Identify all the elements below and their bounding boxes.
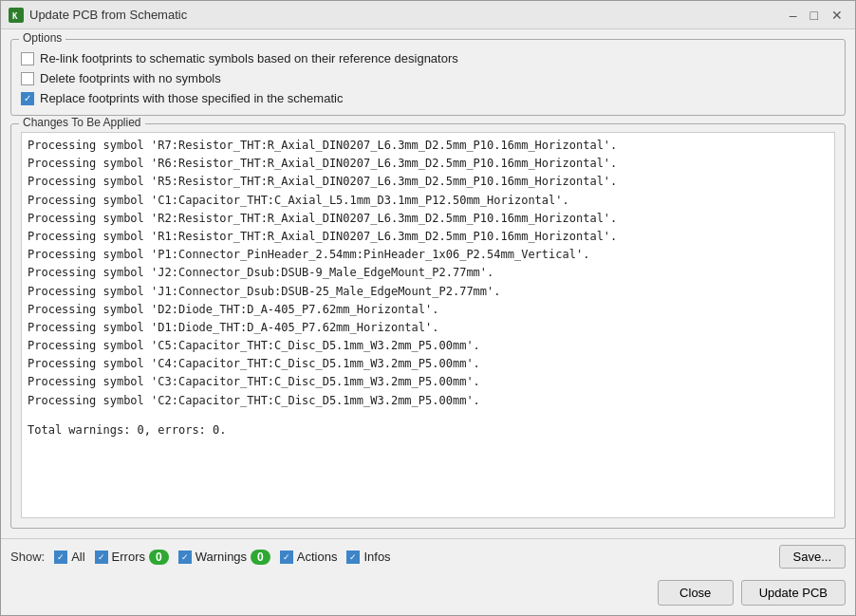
minimize-button[interactable]: –	[785, 7, 802, 24]
filter-label-infos: Infos	[363, 550, 390, 564]
show-label: Show:	[10, 550, 45, 564]
update-pcb-button[interactable]: Update PCB	[741, 580, 846, 606]
log-summary: Total warnings: 0, errors: 0.	[28, 421, 828, 439]
log-line: Processing symbol 'C2:Capacitor_THT:C_Di…	[28, 392, 828, 410]
filter-item-all: All	[54, 550, 84, 564]
option-row-replace: Replace footprints with those specified …	[21, 91, 835, 105]
bottom-bar: Show: All Errors 0 Warnings 0 Actions	[1, 538, 855, 574]
log-line: Processing symbol 'C3:Capacitor_THT:C_Di…	[28, 373, 828, 391]
titlebar: K Update PCB from Schematic – □ ✕	[1, 1, 855, 29]
filter-checkbox-errors[interactable]	[95, 551, 108, 564]
show-row: Show: All Errors 0 Warnings 0 Actions	[10, 550, 391, 565]
filter-item-warnings: Warnings 0	[178, 550, 270, 565]
close-button[interactable]: ✕	[827, 7, 847, 24]
maximize-button[interactable]: □	[806, 7, 823, 24]
window-controls: – □ ✕	[785, 7, 847, 24]
svg-text:K: K	[12, 11, 18, 21]
filter-label-all: All	[71, 550, 84, 564]
filter-checkbox-all[interactable]	[54, 551, 67, 564]
option-checkbox-replace[interactable]	[21, 92, 34, 105]
option-checkbox-delete[interactable]	[21, 72, 34, 85]
titlebar-left: K Update PCB from Schematic	[9, 8, 187, 23]
window-title: Update PCB from Schematic	[29, 8, 187, 22]
log-line: Processing symbol 'P1:Connector_PinHeade…	[28, 246, 828, 264]
changes-group-label: Changes To Be Applied	[19, 116, 145, 129]
log-line: Processing symbol 'R6:Resistor_THT:R_Axi…	[28, 155, 828, 173]
warnings-badge: 0	[251, 550, 270, 565]
options-group: Options Re-link footprints to schematic …	[10, 39, 846, 116]
log-line: Processing symbol 'J2:Connector_Dsub:DSU…	[28, 264, 828, 282]
filter-item-errors: Errors 0	[95, 550, 169, 565]
app-icon: K	[9, 8, 24, 23]
footer-buttons: Close Update PCB	[1, 574, 855, 615]
log-line: Processing symbol 'R1:Resistor_THT:R_Axi…	[28, 228, 828, 246]
log-area[interactable]: Processing symbol 'R7:Resistor_THT:R_Axi…	[21, 132, 835, 518]
log-line: Processing symbol 'R5:Resistor_THT:R_Axi…	[28, 173, 828, 191]
filter-checkbox-warnings[interactable]	[178, 551, 192, 564]
content-area: Options Re-link footprints to schematic …	[1, 29, 855, 538]
errors-badge: 0	[149, 550, 169, 565]
option-label-delete: Delete footprints with no symbols	[40, 71, 221, 85]
log-line: Processing symbol 'R2:Resistor_THT:R_Axi…	[28, 210, 828, 228]
option-row-relink: Re-link footprints to schematic symbols …	[21, 51, 835, 65]
filter-checkbox-infos[interactable]	[346, 551, 360, 564]
changes-group: Changes To Be Applied Processing symbol …	[10, 123, 846, 529]
filter-label-actions: Actions	[297, 550, 338, 564]
option-row-delete: Delete footprints with no symbols	[21, 71, 835, 85]
log-line: Processing symbol 'R7:Resistor_THT:R_Axi…	[28, 137, 828, 155]
filter-label-warnings: Warnings	[195, 550, 247, 564]
filter-item-infos: Infos	[346, 550, 390, 564]
close-button[interactable]: Close	[658, 580, 734, 606]
log-line: Processing symbol 'C4:Capacitor_THT:C_Di…	[28, 355, 828, 373]
option-checkbox-relink[interactable]	[21, 52, 34, 65]
filter-checkbox-actions[interactable]	[280, 551, 293, 564]
log-line: Processing symbol 'D2:Diode_THT:D_A-405_…	[28, 301, 828, 319]
option-label-relink: Re-link footprints to schematic symbols …	[40, 51, 458, 65]
options-group-label: Options	[19, 31, 65, 45]
option-label-replace: Replace footprints with those specified …	[40, 91, 343, 105]
filter-item-actions: Actions	[280, 550, 338, 564]
save-button[interactable]: Save...	[779, 545, 846, 569]
log-line: Processing symbol 'J1:Connector_Dsub:DSU…	[28, 283, 828, 301]
log-line: Processing symbol 'D1:Diode_THT:D_A-405_…	[28, 319, 828, 337]
log-line: Processing symbol 'C5:Capacitor_THT:C_Di…	[28, 337, 828, 355]
filter-label-errors: Errors	[112, 550, 145, 564]
log-line: Processing symbol 'C1:Capacitor_THT:C_Ax…	[28, 192, 828, 210]
main-window: K Update PCB from Schematic – □ ✕ Option…	[0, 0, 856, 616]
